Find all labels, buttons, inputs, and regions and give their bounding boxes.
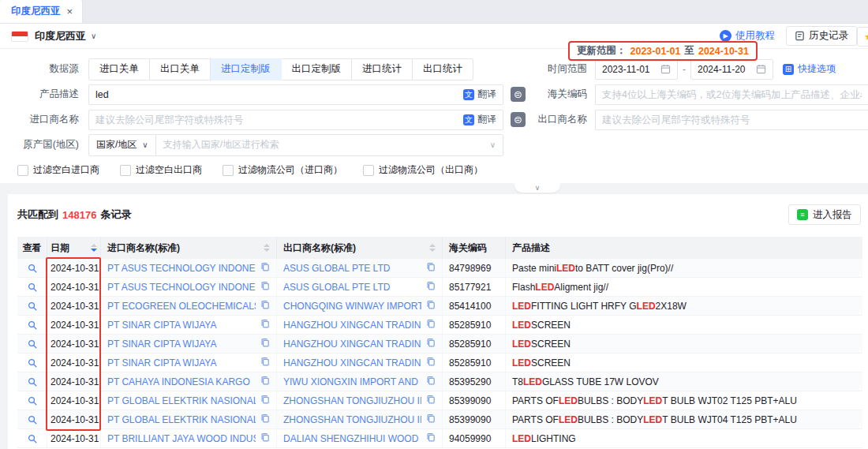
importer-link[interactable]: PT BRILLIANT JAYA WOOD INDUSTRY: [107, 433, 256, 444]
copy-icon[interactable]: [260, 432, 270, 444]
copy-icon[interactable]: [260, 319, 270, 331]
chevron-down-icon[interactable]: ∨: [483, 140, 503, 149]
source-tab-出口关单[interactable]: 出口关单: [150, 58, 211, 80]
exporter-link[interactable]: YIWU XIONGXIN IMPORT AND EXPORT...: [283, 376, 421, 387]
magnifier-icon[interactable]: [28, 320, 37, 330]
translate-button[interactable]: 文 翻译: [463, 88, 496, 101]
exporter-link[interactable]: ZHONGSHAN TONGJIUZHOU INTERNA...: [283, 414, 421, 425]
exact-match-icon[interactable]: ⊜: [511, 87, 526, 102]
filter-checkbox[interactable]: 过滤物流公司（出口商）: [363, 163, 483, 177]
close-icon[interactable]: ×: [67, 6, 73, 17]
origin-search-input[interactable]: 支持输入国家/地区进行检索: [156, 138, 483, 152]
copy-icon[interactable]: [426, 281, 436, 293]
copy-icon[interactable]: [426, 395, 436, 406]
date-to-input[interactable]: 2024-11-20: [690, 59, 773, 80]
sort-icon[interactable]: [91, 244, 97, 252]
exporter-link[interactable]: ZHONGSHAN TONGJIUZHOU INTERNA...: [283, 395, 421, 406]
exporter-link[interactable]: ASUS GLOBAL PTE LTD: [283, 282, 421, 293]
copy-icon[interactable]: [426, 432, 436, 444]
source-tab-出口统计[interactable]: 出口统计: [413, 58, 473, 80]
magnifier-icon[interactable]: [28, 377, 37, 387]
copy-icon[interactable]: [426, 376, 436, 387]
magnifier-icon[interactable]: [28, 434, 37, 443]
exporter-link[interactable]: CHONGQING WINWAY IMPORT AND E...: [283, 301, 421, 312]
hs-code-cell: 85399090: [443, 391, 506, 410]
column-header[interactable]: 进口商名称(标准): [101, 237, 277, 259]
copy-icon[interactable]: [260, 395, 270, 406]
source-tab-进口统计[interactable]: 进口统计: [352, 58, 413, 80]
copy-icon[interactable]: [260, 413, 270, 425]
exact-match-icon[interactable]: ⊜: [511, 112, 526, 127]
highlighted-term: LED: [637, 301, 656, 312]
product-input[interactable]: [95, 89, 463, 100]
importer-link[interactable]: PT SINAR CIPTA WIJAYA: [107, 339, 256, 350]
copy-icon[interactable]: [260, 262, 270, 274]
copy-icon[interactable]: [260, 300, 270, 312]
quick-options-button[interactable]: ⊞ 快捷选项: [783, 62, 836, 76]
checkbox-icon[interactable]: [223, 165, 234, 176]
filter-checkbox[interactable]: 过滤空白出口商: [120, 163, 202, 177]
copy-icon[interactable]: [260, 376, 270, 387]
magnifier-icon[interactable]: [28, 396, 37, 406]
description-cell: PARTS OF LED BULBS : BODY LED T BULB WJT…: [506, 391, 862, 410]
chevron-down-icon[interactable]: ∨: [91, 32, 96, 40]
collapse-panel-button[interactable]: ∨: [514, 182, 560, 193]
copy-icon[interactable]: [426, 300, 436, 312]
importer-link[interactable]: PT SINAR CIPTA WIJAYA: [107, 357, 256, 369]
tab-indonesia[interactable]: 印度尼西亚 ×: [0, 0, 83, 23]
importer-link[interactable]: PT GLOBAL ELEKTRIK NASIONAL: [107, 414, 256, 425]
source-tab-进口定制版[interactable]: 进口定制版: [211, 58, 282, 80]
hs-code-input[interactable]: [602, 89, 862, 100]
exporter-link[interactable]: HANGZHOU XINGCAN TRADING CO LTD: [283, 339, 421, 350]
importer-link[interactable]: PT SINAR CIPTA WIJAYA: [107, 320, 256, 331]
copy-icon[interactable]: [426, 262, 436, 274]
sort-icon[interactable]: [264, 244, 270, 252]
filter-checkbox[interactable]: 过滤物流公司（进口商）: [223, 163, 342, 177]
hs-code-cell: 85285910: [443, 354, 506, 372]
importer-link[interactable]: PT ECOGREEN OLEOCHEMICALS: [107, 301, 256, 312]
source-tab-进口关单[interactable]: 进口关单: [88, 58, 150, 80]
exporter-input[interactable]: [602, 114, 862, 125]
checkbox-icon[interactable]: [120, 165, 131, 176]
view-cell: [17, 429, 47, 447]
importer-input[interactable]: [95, 114, 463, 125]
importer-link[interactable]: PT ASUS TECHNOLOGY INDONESIA BA...: [107, 263, 256, 274]
sort-down-icon: [429, 249, 436, 252]
column-header[interactable]: 日期: [47, 237, 101, 259]
origin-control: 国家/地区 ∨ 支持输入国家/地区进行检索 ∨: [88, 134, 503, 156]
column-header-label: 查看: [23, 241, 42, 255]
importer-link[interactable]: PT ASUS TECHNOLOGY INDONESIA BA...: [107, 282, 256, 293]
copy-icon[interactable]: [260, 357, 270, 369]
exporter-link[interactable]: DALIAN SHENGZHIHUI WOOD INDUST...: [283, 433, 421, 444]
copy-icon[interactable]: [426, 338, 436, 350]
filter-checkbox[interactable]: 过滤空白进口商: [17, 163, 99, 177]
magnifier-icon[interactable]: [28, 358, 37, 368]
magnifier-icon[interactable]: [28, 282, 37, 292]
magnifier-icon[interactable]: [28, 264, 37, 273]
favorite-button[interactable]: ★: [857, 27, 868, 47]
translate-button[interactable]: 文 翻译: [463, 113, 496, 126]
history-button[interactable]: 历史记录: [786, 26, 857, 46]
magnifier-icon[interactable]: [28, 339, 37, 349]
calendar-icon: [660, 64, 671, 74]
copy-icon[interactable]: [426, 357, 436, 369]
importer-link[interactable]: PT CAHAYA INDONESIA KARGO: [107, 376, 256, 387]
checkbox-icon[interactable]: [363, 165, 374, 176]
source-tab-出口定制版[interactable]: 出口定制版: [282, 58, 353, 80]
exporter-link[interactable]: HANGZHOU XINGCAN TRADING CO LTD: [283, 320, 421, 331]
enter-report-button[interactable]: ≡ 进入报告: [788, 204, 861, 225]
checkbox-icon[interactable]: [17, 165, 28, 176]
exporter-link[interactable]: ASUS GLOBAL PTE LTD: [283, 263, 421, 274]
magnifier-icon[interactable]: [28, 301, 37, 311]
copy-icon[interactable]: [426, 413, 436, 425]
date-from-input[interactable]: 2023-11-01: [595, 59, 678, 80]
exporter-link[interactable]: HANGZHOU XINGCAN TRADING CO LTD: [283, 357, 421, 369]
copy-icon[interactable]: [260, 281, 270, 293]
copy-icon[interactable]: [260, 338, 270, 350]
importer-link[interactable]: PT GLOBAL ELEKTRIK NASIONAL: [107, 395, 256, 406]
magnifier-icon[interactable]: [28, 415, 37, 425]
sort-icon[interactable]: [429, 244, 436, 252]
copy-icon[interactable]: [426, 319, 436, 331]
column-header[interactable]: 出口商名称(标准): [277, 237, 443, 259]
origin-type-select[interactable]: 国家/地区 ∨: [89, 135, 156, 155]
